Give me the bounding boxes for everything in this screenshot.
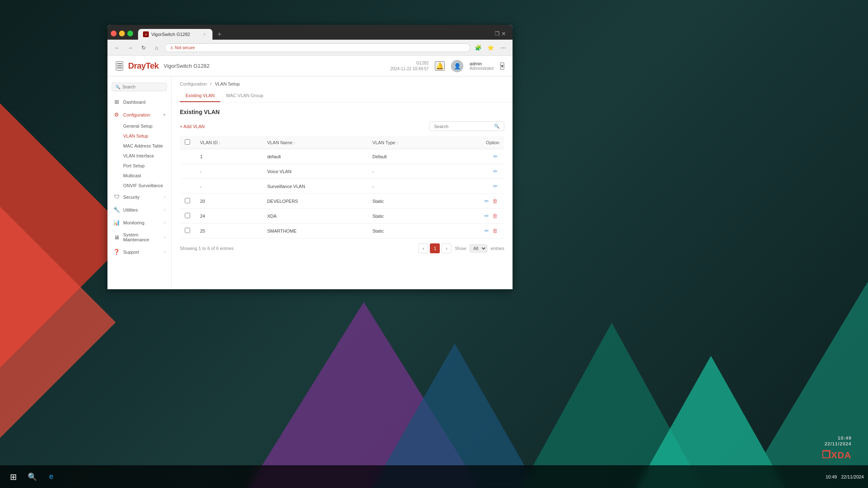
sidebar-search-box[interactable]: 🔍	[112, 83, 167, 91]
browser-restore-button[interactable]: ❐	[495, 31, 500, 37]
sidebar-item-utilities[interactable]: 🔧 Utilities ›	[107, 203, 171, 216]
sidebar-item-security[interactable]: 🛡 Security ›	[107, 190, 171, 203]
cell-vlan-name-3: Surveillance VLAN	[262, 179, 367, 194]
app-title: VigorSwitch G1282	[164, 63, 210, 69]
row-checkbox-4[interactable]	[185, 198, 190, 203]
header-vlan-name[interactable]: VLAN Name	[262, 136, 367, 149]
browser-toolbar-right: 🧩 ⭐ ⋯	[473, 42, 508, 53]
user-name: admin	[470, 61, 494, 66]
taskbar-search-icon[interactable]: 🔍	[24, 469, 41, 485]
support-chevron-icon: ›	[164, 250, 165, 254]
device-time: 2024-11-22 10:49:57	[390, 66, 429, 72]
header-option: Option	[446, 136, 504, 149]
table-search-input[interactable]	[434, 124, 492, 129]
add-vlan-button[interactable]: + Add VLAN	[180, 124, 205, 129]
app-header-left: ☰ DrayTek VigorSwitch G1282	[116, 61, 210, 71]
taskbar-edge-icon[interactable]: e	[43, 469, 60, 485]
browser-window-controls	[111, 31, 133, 36]
breadcrumb-parent[interactable]: Configuration	[180, 81, 207, 86]
configuration-chevron-icon: ▾	[163, 112, 165, 117]
select-all-checkbox[interactable]	[185, 139, 190, 145]
address-bar[interactable]: ⚠ Not secure	[165, 43, 470, 52]
sidebar-subitem-multicast[interactable]: Multicast	[107, 171, 171, 181]
cell-vlan-id-3: -	[195, 179, 262, 194]
pagination-area: ‹ 1 › Show All 10 25 50 entries	[418, 243, 504, 253]
cell-vlan-name-6: SMARTHOME	[262, 224, 367, 238]
sidebar-item-monitoring[interactable]: 📊 Monitoring ›	[107, 216, 171, 229]
pagination-controls: ‹ 1 ›	[418, 243, 451, 253]
row-checkbox-6[interactable]	[185, 228, 190, 233]
sidebar-item-system-maintenance[interactable]: 🖥 System Maintenance ›	[107, 229, 171, 245]
table-row: 20DEVELOPERSStatic✏🗑	[180, 194, 504, 209]
sidebar-item-dashboard[interactable]: ⊞ Dashboard	[107, 95, 171, 108]
tab-close-button[interactable]: ×	[202, 31, 207, 37]
delete-button-5[interactable]: 🗑	[491, 212, 499, 220]
entries-per-page-select[interactable]: All 10 25 50	[470, 244, 487, 252]
sidebar-item-label-dashboard: Dashboard	[123, 100, 165, 105]
sidebar-search-input[interactable]	[122, 85, 163, 89]
tab-label: VigorSwitch G1282	[151, 32, 190, 37]
browser-forward-button[interactable]: →	[125, 42, 136, 53]
xda-watermark: 10:49 22/11/2024 ❒XDA	[822, 436, 851, 461]
edit-button-5[interactable]: ✏	[483, 212, 491, 220]
delete-button-6[interactable]: 🗑	[491, 227, 499, 235]
browser-menu-button[interactable]: ⋯	[498, 42, 508, 53]
browser-close-x-button[interactable]: ✕	[501, 31, 506, 37]
new-tab-button[interactable]: +	[214, 29, 225, 40]
favorites-button[interactable]: ⭐	[485, 42, 496, 53]
taskbar-date: 22/11/2024	[841, 474, 864, 479]
pagination-prev-button[interactable]: ‹	[418, 243, 428, 253]
browser-minimize-button[interactable]	[119, 31, 125, 36]
sidebar-subitem-onvif-surveillance[interactable]: ONVIF Surveillance	[107, 181, 171, 190]
edit-button-1[interactable]: ✏	[491, 152, 499, 160]
show-label: Show	[455, 246, 466, 251]
browser-tab-active[interactable]: V VigorSwitch G1282 ×	[138, 29, 212, 40]
sidebar-subitem-vlan-setup[interactable]: VLAN Setup	[107, 131, 171, 141]
browser-home-button[interactable]: ⌂	[151, 42, 162, 53]
extensions-button[interactable]: 🧩	[473, 42, 484, 53]
cell-option-5: ✏🗑	[446, 209, 504, 224]
table-search-box[interactable]: 🔍	[429, 121, 504, 131]
browser-refresh-button[interactable]: ↻	[138, 42, 149, 53]
security-badge: ⚠ Not secure	[170, 45, 195, 50]
sidebar-item-support[interactable]: ❓ Support ›	[107, 245, 171, 258]
sidebar-item-configuration[interactable]: ⚙ Configuration ▾	[107, 108, 171, 121]
taskbar: ⊞ 🔍 e 10:49 22/11/2024	[0, 465, 868, 488]
cell-option-6: ✏🗑	[446, 224, 504, 238]
header-vlan-type[interactable]: VLAN Type	[367, 136, 446, 149]
sidebar-subitem-vlan-interface[interactable]: VLAN Interface	[107, 151, 171, 161]
browser-close-button[interactable]	[111, 31, 117, 36]
user-role: Administrator	[470, 66, 494, 71]
edit-button-3[interactable]: ✏	[491, 182, 499, 190]
sidebar-subitem-port-setup[interactable]: Port Setup	[107, 161, 171, 171]
pagination-next-button[interactable]: ›	[441, 243, 451, 253]
sidebar-item-label-support: Support	[123, 250, 161, 255]
table-toolbar: + Add VLAN 🔍	[180, 121, 504, 131]
edit-button-2[interactable]: ✏	[491, 167, 499, 175]
tab-existing-vlan[interactable]: Existing VLAN	[180, 90, 220, 102]
hamburger-button[interactable]: ☰	[116, 61, 123, 71]
breadcrumb: Configuration / VLAN Setup	[180, 81, 504, 86]
sidebar-item-label-monitoring: Monitoring	[123, 220, 161, 225]
user-dropdown-button[interactable]: ▾	[500, 62, 504, 70]
pagination-page-1[interactable]: 1	[430, 243, 440, 253]
browser-back-button[interactable]: ←	[112, 42, 122, 53]
cell-vlan-name-5: XDA	[262, 209, 367, 224]
notifications-button[interactable]: 🔔	[435, 61, 445, 71]
edit-button-6[interactable]: ✏	[483, 227, 491, 235]
cell-vlan-id-2: -	[195, 164, 262, 179]
sidebar-item-label-security: Security	[123, 195, 161, 200]
table-row: -Surveillance VLAN-✏	[180, 179, 504, 194]
edit-button-4[interactable]: ✏	[483, 197, 491, 205]
tab-mac-vlan-group[interactable]: MAC VLAN Group	[220, 90, 269, 102]
taskbar-start-button[interactable]: ⊞	[4, 467, 23, 486]
delete-button-4[interactable]: 🗑	[491, 197, 499, 205]
header-vlan-id[interactable]: VLAN ID	[195, 136, 262, 149]
sidebar-subitem-mac-address-table[interactable]: MAC Address Table	[107, 141, 171, 151]
cell-vlan-type-5: Static	[367, 209, 446, 224]
page-tabs: Existing VLAN MAC VLAN Group	[180, 90, 504, 102]
table-row: 24XDAStatic✏🗑	[180, 209, 504, 224]
sidebar-subitem-general-setup[interactable]: General Setup	[107, 121, 171, 131]
browser-maximize-button[interactable]	[127, 31, 133, 36]
row-checkbox-5[interactable]	[185, 213, 190, 218]
